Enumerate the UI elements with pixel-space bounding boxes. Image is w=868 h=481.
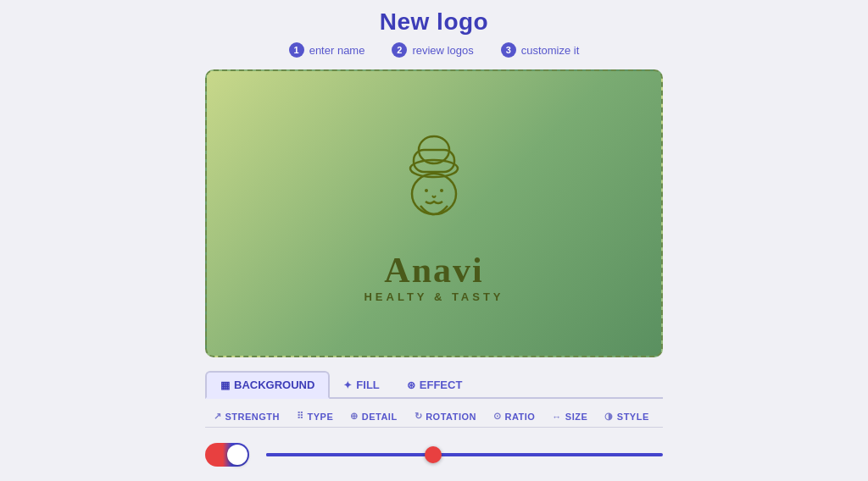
logo-tagline: HEALTY & TASTY <box>364 290 504 303</box>
effect-tab-icon: ⊛ <box>407 379 415 391</box>
step-1-label: enter name <box>309 44 365 57</box>
logo-brand-name: Anavi <box>384 250 483 290</box>
slider-fill <box>266 453 433 456</box>
chef-logo-icon <box>383 124 485 235</box>
step-3: 3 customize it <box>501 42 580 58</box>
ratio-label: RATIO <box>504 412 535 422</box>
tab-background-label: BACKGROUND <box>234 379 314 391</box>
tab-effect[interactable]: ⊛ EFFECT <box>393 373 476 397</box>
control-detail[interactable]: ⊕ DETAIL <box>342 409 405 423</box>
toggle-switch[interactable] <box>205 443 249 467</box>
svg-point-4 <box>425 189 428 192</box>
tab-background[interactable]: ▦ BACKGROUND <box>205 371 330 399</box>
steps-bar: 1 enter name 2 review logos 3 customize … <box>289 42 580 58</box>
detail-icon: ⊕ <box>350 411 359 422</box>
step-3-number: 3 <box>501 42 516 58</box>
step-2: 2 review logos <box>392 42 473 58</box>
toggle-knob <box>227 445 248 465</box>
tab-fill-label: FILL <box>356 379 379 391</box>
logo-icon-wrapper <box>383 124 485 235</box>
step-2-label: review logos <box>412 44 473 57</box>
slider-thumb[interactable] <box>425 446 442 463</box>
control-style[interactable]: ◑ STYLE <box>596 409 657 423</box>
page-title: New logo <box>380 8 488 36</box>
style-icon: ◑ <box>604 411 614 422</box>
strength-icon: ↗ <box>214 411 222 422</box>
step-2-number: 2 <box>392 42 407 58</box>
fill-tab-icon: ✦ <box>343 379 352 391</box>
control-rotation[interactable]: ↻ ROTATION <box>406 409 485 423</box>
slider-row <box>205 443 663 467</box>
size-icon: ↔ <box>552 412 562 422</box>
control-size[interactable]: ↔ SIZE <box>543 410 596 423</box>
controls-row: ↗ STRENGTH ⠿ TYPE ⊕ DETAIL ↻ ROTATION ⊙ … <box>205 406 663 428</box>
strength-slider[interactable] <box>266 453 663 456</box>
tab-effect-label: EFFECT <box>420 379 463 391</box>
control-strength[interactable]: ↗ STRENGTH <box>205 409 288 423</box>
size-label: SIZE <box>565 412 587 422</box>
tabs-row: ▦ BACKGROUND ✦ FILL ⊛ EFFECT <box>205 369 663 399</box>
logo-preview-card: Anavi HEALTY & TASTY <box>205 69 663 357</box>
step-1-number: 1 <box>289 42 304 58</box>
tab-fill[interactable]: ✦ FILL <box>330 373 392 397</box>
type-label: TYPE <box>308 412 334 422</box>
svg-point-5 <box>440 189 443 192</box>
detail-label: DETAIL <box>362 412 398 422</box>
strength-label: STRENGTH <box>225 412 281 422</box>
step-3-label: customize it <box>521 44 580 57</box>
type-icon: ⠿ <box>297 411 304 422</box>
svg-point-3 <box>412 174 456 214</box>
style-label: STYLE <box>617 412 649 422</box>
ratio-icon: ⊙ <box>493 411 502 422</box>
control-ratio[interactable]: ⊙ RATIO <box>485 409 543 423</box>
rotation-icon: ↻ <box>415 411 423 422</box>
control-type[interactable]: ⠿ TYPE <box>288 409 342 423</box>
rotation-label: ROTATION <box>426 412 476 422</box>
background-tab-icon: ▦ <box>220 379 230 391</box>
step-1: 1 enter name <box>289 42 365 58</box>
